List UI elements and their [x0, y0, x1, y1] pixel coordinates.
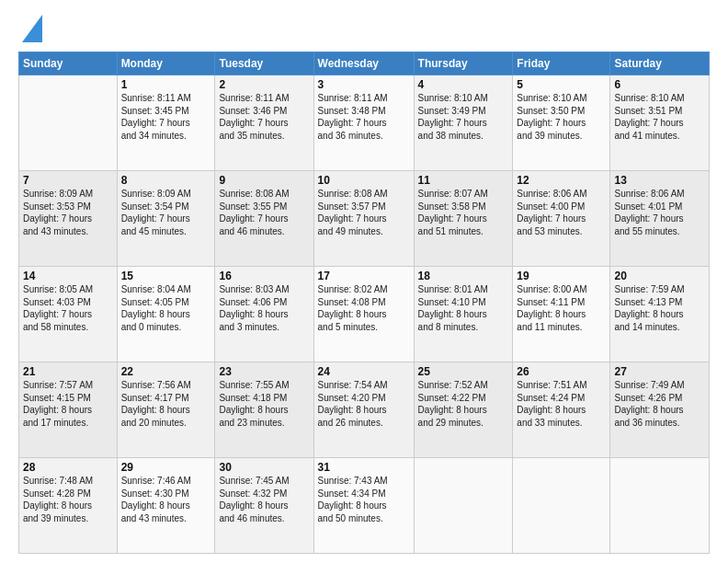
day-number: 2 — [219, 78, 309, 91]
calendar-cell: 15Sunrise: 8:04 AMSunset: 4:05 PMDayligh… — [117, 267, 215, 362]
day-info: Sunrise: 8:07 AMSunset: 3:58 PMDaylight:… — [418, 188, 509, 237]
day-number: 10 — [318, 174, 410, 187]
day-info: Sunrise: 8:10 AMSunset: 3:49 PMDaylight:… — [418, 92, 509, 142]
calendar-cell: 18Sunrise: 8:01 AMSunset: 4:10 PMDayligh… — [414, 267, 513, 362]
calendar-week-row: 14Sunrise: 8:05 AMSunset: 4:03 PMDayligh… — [19, 267, 710, 362]
day-info: Sunrise: 7:55 AMSunset: 4:18 PMDaylight:… — [219, 379, 309, 429]
calendar-cell: 24Sunrise: 7:54 AMSunset: 4:20 PMDayligh… — [313, 362, 414, 458]
day-info: Sunrise: 7:57 AMSunset: 4:15 PMDaylight:… — [23, 379, 113, 429]
weekday-header-sunday: Sunday — [19, 52, 118, 75]
day-number: 1 — [121, 78, 211, 91]
day-number: 6 — [614, 78, 705, 91]
day-number: 28 — [23, 461, 113, 474]
day-number: 20 — [614, 270, 705, 282]
calendar-cell: 4Sunrise: 8:10 AMSunset: 3:49 PMDaylight… — [414, 75, 513, 171]
day-number: 12 — [517, 174, 606, 187]
day-info: Sunrise: 7:49 AMSunset: 4:26 PMDaylight:… — [614, 379, 705, 429]
day-number: 9 — [219, 174, 309, 187]
calendar-cell: 3Sunrise: 8:11 AMSunset: 3:48 PMDaylight… — [313, 75, 414, 171]
day-info: Sunrise: 7:46 AMSunset: 4:30 PMDaylight:… — [121, 475, 211, 524]
day-number: 13 — [614, 174, 705, 187]
calendar-cell: 1Sunrise: 8:11 AMSunset: 3:45 PMDaylight… — [117, 75, 215, 171]
weekday-header-thursday: Thursday — [414, 52, 513, 75]
calendar-cell: 31Sunrise: 7:43 AMSunset: 4:34 PMDayligh… — [313, 458, 414, 554]
calendar-table: SundayMondayTuesdayWednesdayThursdayFrid… — [18, 52, 710, 554]
calendar-week-row: 1Sunrise: 8:11 AMSunset: 3:45 PMDaylight… — [19, 75, 710, 171]
day-info: Sunrise: 8:11 AMSunset: 3:48 PMDaylight:… — [318, 92, 410, 142]
day-info: Sunrise: 7:48 AMSunset: 4:28 PMDaylight:… — [23, 475, 113, 524]
weekday-header-wednesday: Wednesday — [313, 52, 414, 75]
calendar-cell: 13Sunrise: 8:06 AMSunset: 4:01 PMDayligh… — [610, 171, 710, 267]
page: SundayMondayTuesdayWednesdayThursdayFrid… — [0, 0, 728, 563]
day-number: 23 — [219, 365, 309, 378]
calendar-cell: 20Sunrise: 7:59 AMSunset: 4:13 PMDayligh… — [610, 267, 710, 362]
calendar-cell: 16Sunrise: 8:03 AMSunset: 4:06 PMDayligh… — [215, 267, 313, 362]
calendar-cell: 5Sunrise: 8:10 AMSunset: 3:50 PMDaylight… — [513, 75, 610, 171]
calendar-cell: 19Sunrise: 8:00 AMSunset: 4:11 PMDayligh… — [513, 267, 610, 362]
day-number: 27 — [614, 365, 705, 378]
calendar-week-row: 7Sunrise: 8:09 AMSunset: 3:53 PMDaylight… — [19, 171, 710, 267]
calendar-week-row: 28Sunrise: 7:48 AMSunset: 4:28 PMDayligh… — [19, 458, 710, 554]
day-info: Sunrise: 8:05 AMSunset: 4:03 PMDaylight:… — [23, 283, 113, 333]
calendar-cell: 7Sunrise: 8:09 AMSunset: 3:53 PMDaylight… — [19, 171, 118, 267]
day-info: Sunrise: 8:03 AMSunset: 4:06 PMDaylight:… — [219, 283, 309, 333]
day-info: Sunrise: 8:06 AMSunset: 4:00 PMDaylight:… — [517, 188, 606, 237]
day-info: Sunrise: 7:45 AMSunset: 4:32 PMDaylight:… — [219, 475, 309, 524]
day-info: Sunrise: 7:52 AMSunset: 4:22 PMDaylight:… — [418, 379, 509, 429]
day-info: Sunrise: 8:10 AMSunset: 3:51 PMDaylight:… — [614, 92, 705, 142]
day-number: 4 — [418, 78, 509, 91]
day-info: Sunrise: 8:08 AMSunset: 3:55 PMDaylight:… — [219, 188, 309, 237]
day-number: 25 — [418, 365, 509, 378]
day-number: 19 — [517, 270, 606, 282]
calendar-cell: 17Sunrise: 8:02 AMSunset: 4:08 PMDayligh… — [313, 267, 414, 362]
day-number: 3 — [318, 78, 410, 91]
day-info: Sunrise: 8:08 AMSunset: 3:57 PMDaylight:… — [318, 188, 410, 237]
weekday-header-saturday: Saturday — [610, 52, 710, 75]
day-info: Sunrise: 7:59 AMSunset: 4:13 PMDaylight:… — [614, 283, 705, 333]
header — [18, 15, 710, 42]
calendar-cell: 12Sunrise: 8:06 AMSunset: 4:00 PMDayligh… — [513, 171, 610, 267]
calendar-cell — [414, 458, 513, 554]
day-info: Sunrise: 7:43 AMSunset: 4:34 PMDaylight:… — [318, 475, 410, 524]
day-number: 15 — [121, 270, 211, 282]
day-number: 7 — [23, 174, 113, 187]
day-number: 14 — [23, 270, 113, 282]
calendar-cell: 30Sunrise: 7:45 AMSunset: 4:32 PMDayligh… — [215, 458, 313, 554]
day-info: Sunrise: 8:09 AMSunset: 3:54 PMDaylight:… — [121, 188, 211, 237]
weekday-header-monday: Monday — [117, 52, 215, 75]
svg-marker-0 — [22, 15, 42, 42]
calendar-cell: 2Sunrise: 8:11 AMSunset: 3:46 PMDaylight… — [215, 75, 313, 171]
day-info: Sunrise: 8:04 AMSunset: 4:05 PMDaylight:… — [121, 283, 211, 333]
day-number: 22 — [121, 365, 211, 378]
day-number: 11 — [418, 174, 509, 187]
day-info: Sunrise: 7:51 AMSunset: 4:24 PMDaylight:… — [517, 379, 606, 429]
day-info: Sunrise: 8:11 AMSunset: 3:46 PMDaylight:… — [219, 92, 309, 142]
day-info: Sunrise: 8:10 AMSunset: 3:50 PMDaylight:… — [517, 92, 606, 142]
calendar-cell: 6Sunrise: 8:10 AMSunset: 3:51 PMDaylight… — [610, 75, 710, 171]
calendar-cell: 26Sunrise: 7:51 AMSunset: 4:24 PMDayligh… — [513, 362, 610, 458]
day-info: Sunrise: 8:01 AMSunset: 4:10 PMDaylight:… — [418, 283, 509, 333]
day-info: Sunrise: 8:06 AMSunset: 4:01 PMDaylight:… — [614, 188, 705, 237]
calendar-cell: 11Sunrise: 8:07 AMSunset: 3:58 PMDayligh… — [414, 171, 513, 267]
logo — [18, 15, 42, 42]
calendar-cell — [19, 75, 118, 171]
calendar-cell — [513, 458, 610, 554]
calendar-cell: 25Sunrise: 7:52 AMSunset: 4:22 PMDayligh… — [414, 362, 513, 458]
day-info: Sunrise: 8:00 AMSunset: 4:11 PMDaylight:… — [517, 283, 606, 333]
calendar-cell: 14Sunrise: 8:05 AMSunset: 4:03 PMDayligh… — [19, 267, 118, 362]
day-info: Sunrise: 7:56 AMSunset: 4:17 PMDaylight:… — [121, 379, 211, 429]
calendar-cell: 23Sunrise: 7:55 AMSunset: 4:18 PMDayligh… — [215, 362, 313, 458]
day-info: Sunrise: 8:11 AMSunset: 3:45 PMDaylight:… — [121, 92, 211, 142]
day-number: 30 — [219, 461, 309, 474]
weekday-header-tuesday: Tuesday — [215, 52, 313, 75]
day-number: 18 — [418, 270, 509, 282]
day-number: 29 — [121, 461, 211, 474]
day-number: 26 — [517, 365, 606, 378]
logo-triangle-icon — [22, 15, 42, 42]
day-number: 8 — [121, 174, 211, 187]
day-number: 21 — [23, 365, 113, 378]
day-number: 31 — [318, 461, 410, 474]
calendar-cell: 27Sunrise: 7:49 AMSunset: 4:26 PMDayligh… — [610, 362, 710, 458]
weekday-header-friday: Friday — [513, 52, 610, 75]
day-info: Sunrise: 7:54 AMSunset: 4:20 PMDaylight:… — [318, 379, 410, 429]
